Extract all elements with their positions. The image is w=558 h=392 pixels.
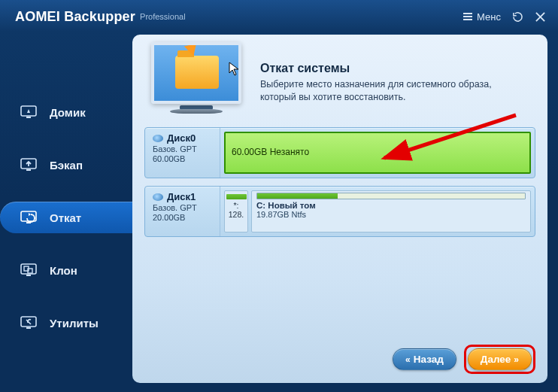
page-description: Выберите место назначения для системного… <box>260 78 523 104</box>
disk-info: Диск1 Базов. GPT 20.00GB <box>145 187 220 236</box>
disk-size: 20.00GB <box>153 213 215 222</box>
utilities-icon <box>20 315 41 331</box>
close-icon[interactable] <box>534 11 546 23</box>
restore-icon <box>20 209 41 226</box>
partition-label: 60.00GB Незанято <box>232 147 523 157</box>
disk-info: Диск0 Базов. GPT 60.00GB <box>145 128 220 178</box>
menu-label: Менс <box>477 11 501 23</box>
svg-rect-9 <box>26 275 31 276</box>
sidebar-item-backup[interactable]: Бэкап <box>0 149 132 181</box>
disk-name: Диск1 <box>167 191 196 202</box>
partition-small-label1: *: <box>233 201 238 210</box>
svg-rect-13 <box>26 327 31 329</box>
disk-panel-0[interactable]: Диск0 Базов. GPT 60.00GB 60.00GB Незанят… <box>144 127 535 178</box>
chevron-right-icon: » <box>514 354 519 365</box>
partition-c[interactable]: C: Новый том 19.87GB Ntfs <box>251 190 531 232</box>
next-label: Далее <box>481 354 511 365</box>
sidebar-item-label: Домик <box>50 106 86 119</box>
footer: « Назад Далее » <box>393 345 535 374</box>
cursor-icon <box>229 62 241 77</box>
sidebar-item-label: Клон <box>50 264 77 277</box>
refresh-icon[interactable] <box>511 11 523 23</box>
disk-size: 60.00GB <box>153 154 215 163</box>
menu-button[interactable]: Менс <box>463 11 501 23</box>
disk-type: Базов. GPT <box>153 144 215 153</box>
disk-type: Базов. GPT <box>153 203 215 212</box>
backup-icon <box>20 156 41 173</box>
app-window: AOMEI Backupper Professional Менс Домик <box>0 0 558 392</box>
hero-illustration <box>147 42 245 121</box>
svg-rect-5 <box>26 169 31 171</box>
partition-detail: 19.87GB Ntfs <box>256 210 526 219</box>
folder-icon <box>175 56 219 89</box>
svg-rect-3 <box>26 117 31 118</box>
disk-icon <box>153 135 163 142</box>
back-button[interactable]: « Назад <box>393 348 456 370</box>
back-label: Назад <box>414 354 444 365</box>
sidebar-item-home[interactable]: Домик <box>0 96 132 128</box>
disk-name: Диск0 <box>167 132 196 144</box>
partition-unallocated[interactable]: 60.00GB Незанято <box>224 132 531 174</box>
sidebar-item-clone[interactable]: Клон <box>0 254 132 286</box>
page-title: Откат системы <box>260 62 523 75</box>
home-icon <box>20 104 41 120</box>
brand-edition: Professional <box>140 12 186 21</box>
next-button[interactable]: Далее » <box>468 348 532 370</box>
sidebar: Домик Бэкап Откат Клон <box>0 30 132 392</box>
annotation-highlight: Далее » <box>464 345 535 374</box>
clone-icon <box>20 262 41 278</box>
disk-icon <box>153 193 163 201</box>
disk-panel-1[interactable]: Диск1 Базов. GPT 20.00GB *: 128. <box>144 186 535 237</box>
sidebar-item-label: Откат <box>50 211 81 224</box>
sidebar-item-label: Бэкап <box>50 159 83 172</box>
sidebar-item-label: Утилиты <box>50 317 99 330</box>
titlebar: AOMEI Backupper Professional Менс <box>0 0 558 30</box>
chevron-left-icon: « <box>405 354 411 365</box>
partition-name: C: Новый том <box>256 201 526 210</box>
sidebar-item-restore[interactable]: Откат <box>0 202 132 233</box>
main-panel: Откат системы Выберите место назначения … <box>132 35 547 383</box>
partition-small-label2: 128. <box>229 210 244 219</box>
hamburger-icon <box>463 13 472 20</box>
brand-name: AOMEI Backupper <box>15 9 135 25</box>
sidebar-item-utilities[interactable]: Утилиты <box>0 307 132 339</box>
partition-system-reserved[interactable]: *: 128. <box>224 190 248 232</box>
